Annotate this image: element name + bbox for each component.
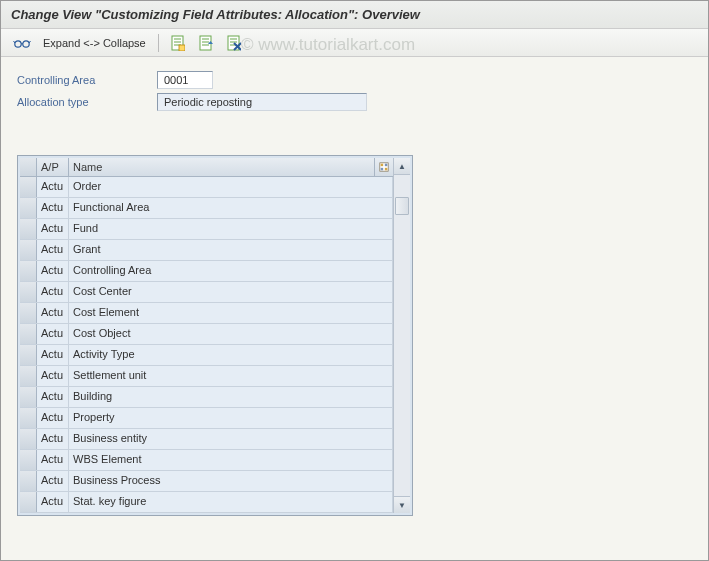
- vertical-scrollbar[interactable]: ▲ ▼: [393, 158, 410, 513]
- table-row[interactable]: ActuBusiness Process: [20, 471, 393, 492]
- row-selector[interactable]: [20, 492, 37, 512]
- table-config-icon[interactable]: [375, 158, 393, 176]
- table-row[interactable]: ActuControlling Area: [20, 261, 393, 282]
- svg-rect-21: [385, 168, 388, 171]
- cell-ap[interactable]: Actu: [37, 303, 69, 323]
- toolbar-separator: [158, 34, 159, 52]
- cell-name[interactable]: Fund: [69, 219, 393, 239]
- cell-name[interactable]: Activity Type: [69, 345, 393, 365]
- allocation-type-label: Allocation type: [17, 96, 157, 108]
- scroll-up-button[interactable]: ▲: [394, 158, 410, 175]
- scroll-track[interactable]: [394, 175, 410, 496]
- row-selector[interactable]: [20, 219, 37, 239]
- cell-name[interactable]: Controlling Area: [69, 261, 393, 281]
- copy-as-icon[interactable]: [195, 33, 217, 53]
- row-selector[interactable]: [20, 240, 37, 260]
- cell-name[interactable]: Property: [69, 408, 393, 428]
- svg-rect-20: [381, 168, 384, 171]
- cell-ap[interactable]: Actu: [37, 408, 69, 428]
- table-row[interactable]: ActuCost Object: [20, 324, 393, 345]
- table-row[interactable]: ActuFund: [20, 219, 393, 240]
- cell-name[interactable]: WBS Element: [69, 450, 393, 470]
- scroll-thumb[interactable]: [395, 197, 409, 215]
- row-selector[interactable]: [20, 408, 37, 428]
- cell-name[interactable]: Cost Center: [69, 282, 393, 302]
- cell-name[interactable]: Building: [69, 387, 393, 407]
- table-row[interactable]: ActuActivity Type: [20, 345, 393, 366]
- column-header-name[interactable]: Name: [69, 158, 375, 176]
- row-selector[interactable]: [20, 366, 37, 386]
- cell-name[interactable]: Cost Element: [69, 303, 393, 323]
- row-selector[interactable]: [20, 471, 37, 491]
- cell-name[interactable]: Functional Area: [69, 198, 393, 218]
- column-header-ap[interactable]: A/P: [37, 158, 69, 176]
- table-row[interactable]: ActuCost Center: [20, 282, 393, 303]
- toolbar: Expand <-> Collapse: [1, 29, 708, 57]
- data-table: A/P Name ActuOrderActuFunctional AreaAct…: [20, 158, 393, 513]
- table-row[interactable]: ActuFunctional Area: [20, 198, 393, 219]
- page-title: Change View "Customizing Field Attribute…: [1, 1, 708, 29]
- row-selector[interactable]: [20, 387, 37, 407]
- cell-ap[interactable]: Actu: [37, 177, 69, 197]
- cell-ap[interactable]: Actu: [37, 219, 69, 239]
- row-selector[interactable]: [20, 345, 37, 365]
- form-area: Controlling Area Allocation type: [1, 57, 708, 125]
- table-wrapper: A/P Name ActuOrderActuFunctional AreaAct…: [17, 155, 413, 516]
- cell-ap[interactable]: Actu: [37, 471, 69, 491]
- scroll-down-button[interactable]: ▼: [394, 496, 410, 513]
- row-selector[interactable]: [20, 450, 37, 470]
- cell-ap[interactable]: Actu: [37, 366, 69, 386]
- cell-ap[interactable]: Actu: [37, 198, 69, 218]
- row-selector[interactable]: [20, 261, 37, 281]
- row-selector[interactable]: [20, 324, 37, 344]
- select-all-header[interactable]: [20, 158, 37, 176]
- table-row[interactable]: ActuProperty: [20, 408, 393, 429]
- delete-icon[interactable]: [223, 33, 245, 53]
- allocation-type-input[interactable]: [157, 93, 367, 111]
- table-row[interactable]: ActuSettlement unit: [20, 366, 393, 387]
- cell-ap[interactable]: Actu: [37, 450, 69, 470]
- svg-point-0: [15, 40, 21, 46]
- svg-rect-19: [385, 164, 388, 167]
- cell-name[interactable]: Settlement unit: [69, 366, 393, 386]
- row-selector[interactable]: [20, 303, 37, 323]
- cell-ap[interactable]: Actu: [37, 261, 69, 281]
- cell-ap[interactable]: Actu: [37, 345, 69, 365]
- controlling-area-label: Controlling Area: [17, 74, 157, 86]
- cell-name[interactable]: Stat. key figure: [69, 492, 393, 512]
- expand-collapse-button[interactable]: Expand <-> Collapse: [39, 35, 150, 51]
- cell-ap[interactable]: Actu: [37, 240, 69, 260]
- glasses-detail-icon[interactable]: [11, 33, 33, 53]
- table-row[interactable]: ActuBuilding: [20, 387, 393, 408]
- cell-ap[interactable]: Actu: [37, 387, 69, 407]
- cell-name[interactable]: Business Process: [69, 471, 393, 491]
- row-selector[interactable]: [20, 429, 37, 449]
- table-row[interactable]: ActuWBS Element: [20, 450, 393, 471]
- cell-name[interactable]: Order: [69, 177, 393, 197]
- table-row[interactable]: ActuBusiness entity: [20, 429, 393, 450]
- new-entries-icon[interactable]: [167, 33, 189, 53]
- cell-name[interactable]: Business entity: [69, 429, 393, 449]
- svg-rect-6: [179, 45, 185, 51]
- cell-name[interactable]: Cost Object: [69, 324, 393, 344]
- svg-point-1: [23, 40, 29, 46]
- table-row[interactable]: ActuCost Element: [20, 303, 393, 324]
- row-selector[interactable]: [20, 282, 37, 302]
- cell-ap[interactable]: Actu: [37, 492, 69, 512]
- cell-ap[interactable]: Actu: [37, 324, 69, 344]
- table-row[interactable]: ActuOrder: [20, 177, 393, 198]
- cell-ap[interactable]: Actu: [37, 429, 69, 449]
- svg-rect-18: [381, 164, 384, 167]
- table-row[interactable]: ActuStat. key figure: [20, 492, 393, 513]
- controlling-area-input[interactable]: [157, 71, 213, 89]
- row-selector[interactable]: [20, 177, 37, 197]
- table-row[interactable]: ActuGrant: [20, 240, 393, 261]
- cell-ap[interactable]: Actu: [37, 282, 69, 302]
- row-selector[interactable]: [20, 198, 37, 218]
- cell-name[interactable]: Grant: [69, 240, 393, 260]
